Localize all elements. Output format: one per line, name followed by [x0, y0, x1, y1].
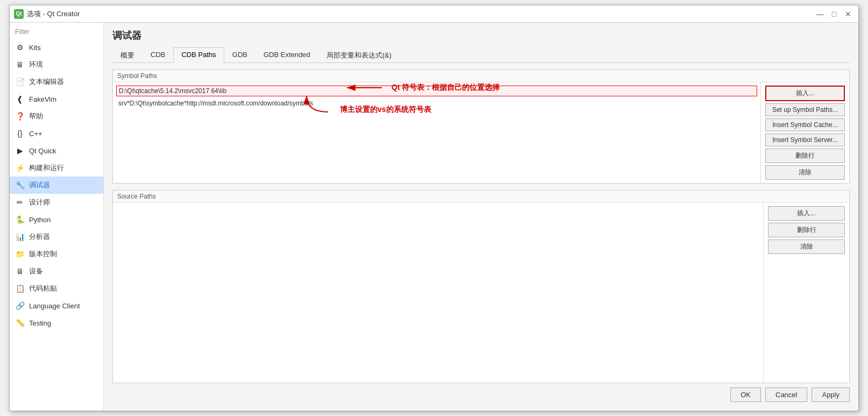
- insert-symbol-cache-button[interactable]: Insert Symbol Cache...: [765, 118, 845, 131]
- tab-cdb[interactable]: CDB: [143, 47, 173, 63]
- symbol-path-item-1[interactable]: srv*D:\Qt\symbolcache*http://msdl.micros…: [116, 98, 757, 108]
- tab-cdb-paths[interactable]: CDB Paths: [173, 47, 224, 63]
- close-button[interactable]: ✕: [842, 8, 854, 20]
- sidebar-item-label-clipboard: 代码粘贴: [29, 284, 57, 293]
- minimize-button[interactable]: —: [814, 8, 826, 20]
- language-client-icon: 🔗: [15, 301, 25, 311]
- title-bar-left: Qt 选项 - Qt Creator: [14, 9, 80, 19]
- symbol-paths-section: Symbol Paths D:\Qt\qtcache\5.14.2\msvc20…: [112, 69, 850, 184]
- testing-icon: 📏: [15, 318, 25, 328]
- source-paths-buttons: 插入... 删除行 清除: [763, 203, 849, 383]
- tab-content: Symbol Paths D:\Qt\qtcache\5.14.2\msvc20…: [112, 69, 850, 383]
- sidebar-item-label-help: 帮助: [29, 111, 43, 121]
- cancel-button[interactable]: Cancel: [765, 387, 807, 402]
- insert-symbol-server-button[interactable]: Insert Symbol Server...: [765, 133, 845, 146]
- sidebar-item-version-control[interactable]: 📁 版本控制: [10, 245, 103, 263]
- sidebar-item-kits[interactable]: ⚙ Kits: [10, 39, 103, 56]
- sidebar-item-python[interactable]: 🐍 Python: [10, 211, 103, 228]
- symbol-delete-button[interactable]: 删除行: [765, 149, 845, 163]
- sidebar: Filter ⚙ Kits 🖥 环境 📄 文本编辑器 ❰ FakeVim ❓ 帮…: [10, 23, 104, 411]
- tab-overview[interactable]: 概要: [112, 47, 143, 63]
- cpp-icon: {}: [15, 129, 25, 138]
- ok-button[interactable]: OK: [730, 387, 761, 402]
- sidebar-item-label-language-client: Language Client: [29, 302, 80, 310]
- setup-symbol-paths-button[interactable]: Set up Symbol Paths...: [765, 103, 845, 116]
- analyzer-icon: 📊: [15, 232, 25, 242]
- sidebar-item-cpp[interactable]: {} C++: [10, 125, 103, 142]
- symbol-paths-buttons: 插入... Set up Symbol Paths... Insert Symb…: [760, 82, 849, 183]
- sidebar-item-label-version-control: 版本控制: [29, 249, 57, 259]
- sidebar-item-label-build-run: 构建和运行: [29, 163, 64, 173]
- window-title: 选项 - Qt Creator: [27, 9, 80, 19]
- tab-locals[interactable]: 局部变量和表达式(&): [318, 47, 400, 63]
- title-bar: Qt 选项 - Qt Creator — □ ✕: [10, 5, 858, 23]
- text-editor-icon: 📄: [15, 77, 25, 87]
- python-icon: 🐍: [15, 215, 25, 224]
- sidebar-item-label-designer: 设计师: [29, 198, 50, 207]
- main-window: Qt 选项 - Qt Creator — □ ✕ Filter ⚙ Kits 🖥…: [9, 5, 859, 411]
- sidebar-item-label-analyzer: 分析器: [29, 232, 50, 242]
- sidebar-item-analyzer[interactable]: 📊 分析器: [10, 228, 103, 245]
- source-paths-header: Source Paths: [113, 191, 849, 203]
- sidebar-item-debugger[interactable]: 🔧 调试器: [10, 177, 103, 194]
- maximize-button[interactable]: □: [828, 8, 840, 20]
- sidebar-item-label-qt-quick: Qt Quick: [29, 147, 56, 155]
- source-delete-button[interactable]: 删除行: [768, 223, 845, 237]
- symbol-insert-button[interactable]: 插入...: [765, 86, 845, 101]
- qt-quick-icon: ▶: [15, 146, 25, 156]
- symbol-paths-content: D:\Qt\qtcache\5.14.2\msvc2017 64\lib srv…: [113, 82, 849, 183]
- sidebar-item-devices[interactable]: 🖥 设备: [10, 263, 103, 280]
- window-controls: — □ ✕: [814, 8, 854, 20]
- help-icon: ❓: [15, 111, 25, 121]
- sidebar-item-fakevim[interactable]: ❰ FakeVim: [10, 90, 103, 108]
- vs-symbol-text: 博主设置的vs的系统符号表: [340, 105, 431, 115]
- sidebar-item-build-run[interactable]: ⚡ 构建和运行: [10, 159, 103, 177]
- sidebar-item-environment[interactable]: 🖥 环境: [10, 56, 103, 73]
- tab-gdb-extended[interactable]: GDB Extended: [255, 47, 318, 63]
- kits-icon: ⚙: [15, 43, 25, 52]
- debugger-icon: 🔧: [15, 180, 25, 190]
- tabs-bar: 概要 CDB CDB Paths GDB GDB Extended 局部变量和表…: [112, 47, 850, 63]
- source-insert-button[interactable]: 插入...: [768, 206, 845, 221]
- sidebar-item-designer[interactable]: ✏ 设计师: [10, 194, 103, 211]
- version-control-icon: 📁: [15, 249, 25, 259]
- source-clear-button[interactable]: 清除: [768, 239, 845, 254]
- main-panel: 调试器 概要 CDB CDB Paths GDB GDB Extended 局部…: [104, 23, 858, 411]
- sidebar-item-label-text-editor: 文本编辑器: [29, 77, 64, 87]
- sidebar-item-label-cpp: C++: [29, 130, 42, 138]
- sidebar-item-label-devices: 设备: [29, 266, 43, 276]
- apply-button[interactable]: Apply: [812, 387, 850, 402]
- qt-symbol-text: Qt 符号表：根据自己的位置选择: [392, 83, 500, 93]
- sidebar-item-label-kits: Kits: [29, 44, 41, 52]
- filter-label: Filter: [10, 25, 103, 39]
- source-paths-list-area: [113, 203, 763, 383]
- build-run-icon: ⚡: [15, 163, 25, 173]
- symbol-paths-list-area: D:\Qt\qtcache\5.14.2\msvc2017 64\lib srv…: [113, 82, 760, 183]
- clipboard-icon: 📋: [15, 284, 25, 293]
- content-area: Filter ⚙ Kits 🖥 环境 📄 文本编辑器 ❰ FakeVim ❓ 帮…: [10, 23, 858, 411]
- environment-icon: 🖥: [15, 60, 25, 69]
- sidebar-item-clipboard[interactable]: 📋 代码粘贴: [10, 280, 103, 297]
- tab-gdb[interactable]: GDB: [224, 47, 255, 63]
- vs-symbol-annotation: 博主设置的vs的系统符号表: [301, 93, 431, 115]
- symbol-clear-button[interactable]: 清除: [765, 165, 845, 180]
- sidebar-item-label-debugger: 调试器: [29, 180, 50, 190]
- app-icon: Qt: [14, 9, 24, 19]
- sidebar-item-help[interactable]: ❓ 帮助: [10, 108, 103, 125]
- fakevim-icon: ❰: [15, 94, 25, 104]
- sidebar-item-text-editor[interactable]: 📄 文本编辑器: [10, 73, 103, 90]
- sidebar-item-language-client[interactable]: 🔗 Language Client: [10, 297, 103, 314]
- sidebar-item-label-fakevim: FakeVim: [29, 95, 56, 103]
- sidebar-item-testing[interactable]: 📏 Testing: [10, 314, 103, 332]
- source-paths-section: Source Paths 插入... 删除行 清除: [112, 190, 850, 383]
- designer-icon: ✏: [15, 198, 25, 207]
- sidebar-item-label-testing: Testing: [29, 319, 51, 327]
- devices-icon: 🖥: [15, 266, 25, 276]
- sidebar-item-label-environment: 环境: [29, 60, 43, 69]
- panel-title: 调试器: [112, 29, 850, 42]
- footer-buttons: OK Cancel Apply: [112, 383, 850, 404]
- sidebar-item-qt-quick[interactable]: ▶ Qt Quick: [10, 142, 103, 159]
- source-paths-content: 插入... 删除行 清除: [113, 203, 849, 383]
- sidebar-item-label-python: Python: [29, 216, 51, 224]
